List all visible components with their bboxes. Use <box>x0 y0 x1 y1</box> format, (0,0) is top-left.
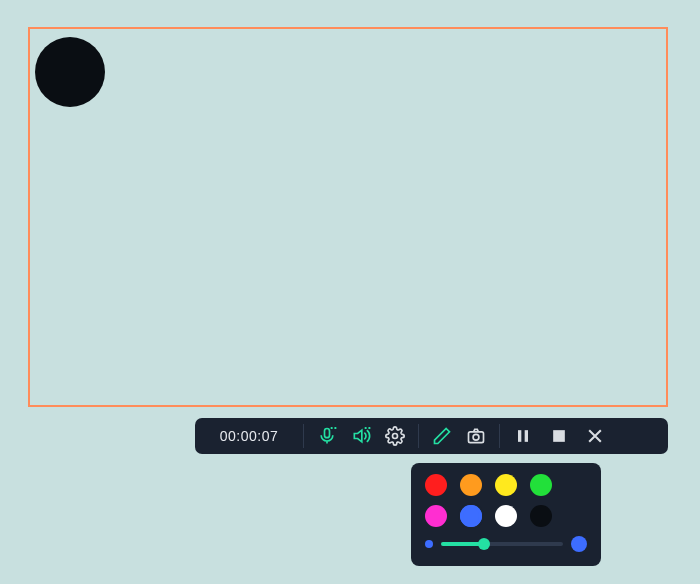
recording-controls-group <box>500 424 618 448</box>
color-palette-panel <box>411 463 601 566</box>
color-swatch-white[interactable] <box>495 505 517 527</box>
svg-rect-0 <box>325 429 330 438</box>
recording-timer: 00:00:07 <box>195 424 304 448</box>
brush-max-icon <box>571 536 587 552</box>
annotation-controls-group <box>419 424 500 448</box>
gear-icon[interactable] <box>385 426 405 446</box>
microphone-icon[interactable]: •• <box>317 426 337 446</box>
recording-toolbar: 00:00:07 •• •• <box>195 418 668 454</box>
color-swatch-black[interactable] <box>530 505 552 527</box>
pencil-icon[interactable] <box>432 426 452 446</box>
webcam-preview-bubble[interactable] <box>35 37 105 107</box>
slider-thumb[interactable] <box>478 538 490 550</box>
color-swatch-red[interactable] <box>425 474 447 496</box>
svg-rect-4 <box>518 430 521 442</box>
svg-point-1 <box>393 434 398 439</box>
svg-rect-5 <box>525 430 528 442</box>
svg-rect-2 <box>469 432 484 443</box>
color-swatch-magenta[interactable] <box>425 505 447 527</box>
pause-icon[interactable] <box>513 426 533 446</box>
capture-area-frame[interactable] <box>28 27 668 407</box>
brush-size-slider[interactable] <box>425 536 587 552</box>
palette-row <box>425 505 587 527</box>
close-icon[interactable] <box>585 426 605 446</box>
color-swatch-yellow[interactable] <box>495 474 517 496</box>
svg-rect-6 <box>553 430 565 442</box>
palette-row <box>425 474 587 496</box>
camera-icon[interactable] <box>466 426 486 446</box>
stop-icon[interactable] <box>549 426 569 446</box>
audio-controls-group: •• •• <box>304 424 419 448</box>
svg-point-3 <box>473 434 479 440</box>
color-swatch-orange[interactable] <box>460 474 482 496</box>
slider-track[interactable] <box>441 542 563 546</box>
color-swatch-green[interactable] <box>530 474 552 496</box>
brush-min-icon <box>425 540 433 548</box>
color-swatch-blue[interactable] <box>460 505 482 527</box>
speaker-icon[interactable]: •• <box>351 426 371 446</box>
